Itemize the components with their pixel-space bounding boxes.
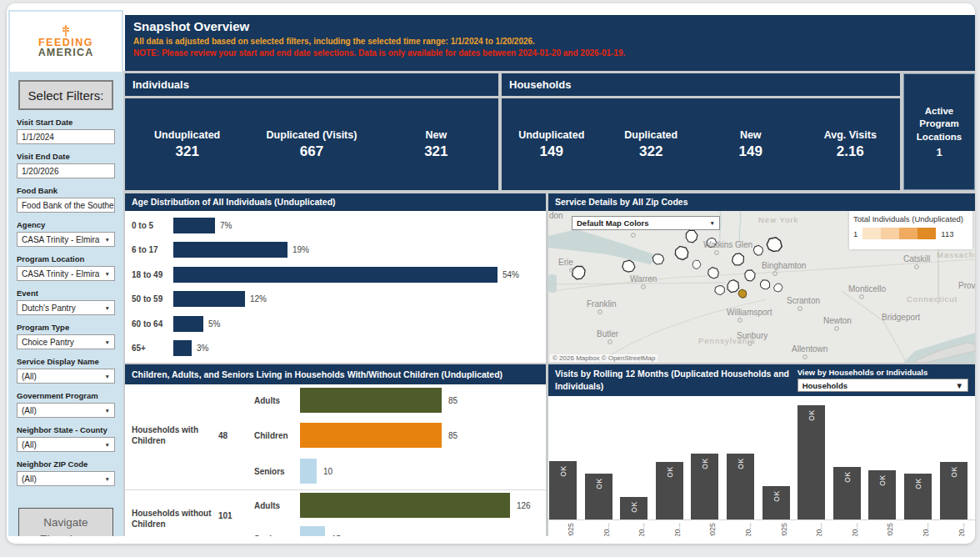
- bar-mark-label: OK: [737, 458, 745, 469]
- legend-swatch: [881, 228, 899, 239]
- kpi-metric-value: 667: [249, 143, 373, 160]
- select-filters-button[interactable]: Select Filters:: [18, 80, 113, 110]
- map-label: Monticello: [848, 284, 886, 294]
- filter-value: Choice Pantry: [22, 338, 74, 347]
- dashboard: FEEDING AMERICA Select Filters: Visit St…: [0, 0, 980, 557]
- filter-value: (All): [22, 474, 37, 484]
- age-row: 18 to 4954%: [125, 263, 546, 286]
- age-value-label: 7%: [220, 221, 232, 230]
- hh-value-label: 10: [323, 467, 332, 476]
- households-kpi-title: Households: [502, 73, 900, 96]
- x-axis-label: May 2025: [708, 523, 717, 536]
- visits-bar[interactable]: OK: [727, 454, 754, 519]
- page-header: Snapshot Overview All data is adjusted b…: [125, 15, 975, 71]
- filter-dropdown[interactable]: (All)▼: [17, 437, 115, 452]
- hh-bar[interactable]: [300, 423, 442, 448]
- age-category-label: 65+: [125, 344, 173, 353]
- age-bar[interactable]: [173, 291, 245, 307]
- filter-dropdown[interactable]: Food Bank of the Southe...▼: [17, 198, 115, 213]
- zip-code-map[interactable]: Default Map Colors ▼ Total Individuals (…: [548, 211, 975, 363]
- kpi-metric: Duplicated322: [602, 129, 702, 160]
- filter-dropdown[interactable]: (All)▼: [17, 369, 115, 384]
- age-distribution-panel: Age Distribution of All Individuals (Und…: [125, 193, 546, 363]
- hh-bar[interactable]: [300, 459, 317, 484]
- age-category-label: 18 to 49: [125, 270, 173, 279]
- age-bar[interactable]: [173, 267, 498, 283]
- filter-label: Neighbor ZIP Code: [17, 459, 115, 469]
- age-row: 6 to 1719%: [125, 238, 546, 262]
- bar-mark-label: OK: [914, 478, 922, 489]
- view-by-control: View by Households or Individuals Househ…: [798, 368, 968, 396]
- filter-value: CASA Trinity - Elmira: [22, 235, 99, 244]
- filter-label: Event: [17, 289, 115, 298]
- age-category-label: 60 to 64: [125, 319, 173, 329]
- view-by-dropdown[interactable]: Households ▼: [798, 379, 968, 392]
- kpi-metric: Avg. Visits2.16: [801, 129, 901, 160]
- household-composition-chart: Households with Children48Adults85Childr…: [125, 384, 546, 536]
- map-colors-dropdown[interactable]: Default Map Colors ▼: [572, 216, 720, 230]
- map-label: Scranton: [787, 296, 820, 305]
- filter-dropdown[interactable]: CASA Trinity - Elmira▼: [17, 232, 115, 247]
- kpi-metric-value: 149: [701, 143, 801, 160]
- visits-bar[interactable]: OK: [940, 462, 968, 519]
- filter-text-input[interactable]: 1/1/2024: [17, 129, 115, 144]
- visits-bar[interactable]: OK: [656, 462, 683, 519]
- kpi-metric: Unduplicated321: [125, 129, 249, 160]
- legend-swatch: [918, 228, 936, 239]
- hh-bar[interactable]: [300, 526, 325, 536]
- kpi-metric-label: Avg. Visits: [801, 129, 901, 141]
- filter-dropdown[interactable]: CASA Trinity - Elmira▼: [17, 266, 115, 281]
- x-axis-label: 2025: [886, 523, 894, 536]
- visits-bar[interactable]: OK: [620, 497, 648, 519]
- hh-group-total: 48: [218, 431, 228, 440]
- hh-category-label: Seniors: [254, 467, 285, 476]
- bar-mark-label: OK: [666, 466, 674, 477]
- visits-bar[interactable]: OK: [868, 470, 896, 519]
- filter-summary-text: All data is adjusted based on selected f…: [133, 37, 967, 46]
- filter-text-input[interactable]: 1/20/2026: [17, 163, 115, 178]
- filter-label: Service Display Name: [17, 357, 115, 366]
- map-label: Connecticut: [907, 294, 958, 304]
- visits-bar[interactable]: OK: [585, 474, 612, 519]
- visits-panel-header: Visits by Rolling 12 Months (Duplicated …: [548, 364, 975, 396]
- visits-bar-chart: OK2025OK20...OK20...OK20...OKMay 2025OK2…: [548, 396, 975, 536]
- filter-label: Neighbor State - County: [17, 425, 115, 434]
- map-label: Providence: [958, 281, 975, 290]
- kpi-metric-label: Duplicated: [602, 129, 702, 141]
- hh-bar[interactable]: [300, 388, 442, 413]
- filter-label: Visit End Date: [17, 152, 115, 161]
- age-bar[interactable]: [173, 242, 288, 258]
- kpi-metric: Unduplicated149: [502, 129, 602, 160]
- map-colors-dropdown-value: Default Map Colors: [577, 218, 649, 228]
- navigate-elsewhere-button[interactable]: Navigate Elsewhere: [18, 508, 113, 536]
- visits-bar[interactable]: OK: [833, 467, 861, 519]
- service-map-title: Service Details by All Zip Codes: [548, 193, 975, 211]
- visits-bar[interactable]: OK: [904, 474, 932, 519]
- filter-label: Program Location: [17, 254, 115, 263]
- wheat-icon: [60, 25, 72, 37]
- visits-bar[interactable]: OK: [691, 454, 718, 519]
- visits-bar[interactable]: OK: [798, 405, 825, 519]
- chevron-down-icon: ▼: [105, 305, 110, 311]
- filter-dropdown[interactable]: (All)▼: [17, 403, 115, 418]
- visits-bar[interactable]: OK: [549, 461, 577, 519]
- filter-dropdown[interactable]: Dutch's Pantry▼: [17, 300, 115, 315]
- legend-swatch: [862, 228, 881, 239]
- age-row: 60 to 645%: [125, 312, 546, 335]
- x-axis-label: 2025: [567, 523, 575, 536]
- age-bar[interactable]: [173, 340, 192, 356]
- age-bar[interactable]: [173, 218, 215, 233]
- filter-value: Dutch's Pantry: [22, 304, 76, 313]
- filter-label: Visit Start Date: [17, 118, 115, 127]
- visits-rolling-panel: Visits by Rolling 12 Months (Duplicated …: [548, 364, 975, 536]
- visits-bar[interactable]: OK: [762, 486, 790, 519]
- filter-dropdown[interactable]: Choice Pantry▼: [17, 334, 115, 349]
- chevron-down-icon: ▼: [105, 408, 110, 414]
- age-bar[interactable]: [173, 316, 203, 332]
- chevron-down-icon: ▼: [105, 237, 110, 243]
- hh-bar[interactable]: [300, 493, 510, 518]
- hh-group-total: 101: [218, 511, 232, 520]
- household-composition-title: Children, Adults, and Seniors Living in …: [125, 364, 546, 384]
- feeding-america-logo: FEEDING AMERICA: [10, 12, 122, 72]
- filter-dropdown[interactable]: (All)▼: [17, 471, 115, 486]
